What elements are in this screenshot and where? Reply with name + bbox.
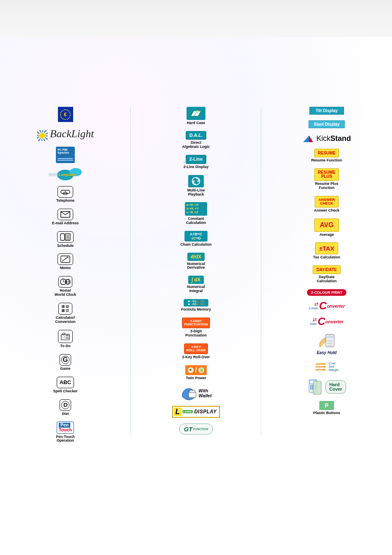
svg-marker-29 [309, 136, 313, 142]
svg-point-2 [65, 191, 66, 192]
feature-game: G Game [60, 354, 71, 371]
game-letter: G [61, 356, 69, 364]
constcalc-box: a +K =X b ×K =Y c ÷K =Z [185, 202, 207, 215]
answer-label: Answer Check [314, 209, 339, 213]
todo-label: To Do [60, 344, 71, 348]
roll-label: 2-Key Roll-Over [182, 355, 210, 359]
daydate-label: Day/Date Calculation [317, 275, 337, 283]
twinpower-label: Twin Power [186, 376, 206, 380]
large-display-badge: L LARGE DISPLAY [172, 406, 220, 418]
converter-3rate-icon: ⇄3-Rate Converter [309, 302, 345, 310]
multilang-suffix: Language [59, 173, 76, 177]
spell-label: Spell Checker [53, 389, 78, 394]
feature-plastic-buttons: P Plastic Buttons [313, 401, 340, 415]
svg-marker-36 [324, 363, 326, 365]
chain-label: Chain Calculation [180, 243, 212, 247]
feature-2key-rollover: 2-KEY ROLL-OVER 2-Key Roll-Over [182, 343, 210, 359]
feature-pen-touch: Pen Touch Pen Touch Operation [56, 421, 74, 443]
hardcover-icon: HardCover [307, 379, 346, 395]
svg-marker-28 [303, 136, 309, 142]
feature-telephone: Telephone [56, 186, 74, 203]
constcalc-label: Constant Calculation [186, 217, 206, 225]
tilt-badge: Tilt Display [309, 107, 344, 115]
fmem-f1: ■→F1 [188, 300, 196, 303]
gt-function: FUNCTION [193, 428, 208, 431]
feature-dal: D.A.L. Direct Algebraic Logic [182, 131, 210, 149]
easyhold-label: Easy Hold [317, 350, 337, 355]
ddx-badge: d/dX [187, 253, 205, 261]
plastic-label: Plastic Buttons [313, 411, 340, 415]
twocolour-badge: 2-COLOUR PRINT [307, 289, 347, 296]
wallet-with: With [198, 388, 212, 393]
dal-label: Direct Algebraic Logic [182, 141, 210, 149]
feature-hard-cover: HardCover [307, 379, 346, 395]
daydate-badge: DAY/DATE [313, 265, 340, 274]
converter-rate-icon: ⇄Rate Converter [310, 317, 344, 326]
playback-label: Multi-Line Playback [187, 189, 205, 197]
feature-email: E-mail Address [52, 209, 78, 226]
svg-rect-53 [313, 381, 321, 394]
wallet-wallet: Wallet [198, 393, 212, 398]
conv-rate: Rate [310, 322, 317, 326]
punct-label: 3-Digit Punctuation [185, 329, 207, 338]
conv-rest-2: onverter [325, 319, 344, 324]
feature-average: AVG Average [314, 219, 339, 237]
envelope-icon [58, 209, 73, 220]
hardcase-label: Hard Case [187, 121, 205, 125]
svg-rect-4 [60, 234, 65, 240]
pcpim-line2: Synchro [58, 151, 69, 154]
feature-cost-sell-margin: Cost Sell Margin [315, 361, 339, 373]
dal-badge: D.A.L. [186, 131, 206, 140]
feature-diet: D Diet [60, 399, 71, 416]
pcpim-line1: PC PIM [58, 148, 67, 151]
feature-pc-pim-synchro: PC PIMSynchro [56, 147, 75, 163]
feature-3rate-converter: ⇄3-Rate Converter [309, 302, 345, 311]
calc-conv-label: Calculator/ Conversion [55, 316, 76, 324]
world-clock-icon [58, 276, 72, 288]
pentouch-touch: Touch [59, 428, 72, 433]
fmem-f3: ■→F3 [196, 300, 204, 303]
twoline-badge: 2-Line [186, 155, 206, 164]
feature-tax-calculation: ±TAX Tax Calculation [313, 242, 340, 260]
feature-euro: € [58, 107, 73, 122]
memo-icon [58, 253, 73, 265]
feature-hard-case: Hard Case [187, 107, 205, 125]
roll-box: 2-KEY ROLL-OVER [184, 343, 208, 354]
fmem-f2: ■→F2 [188, 303, 196, 306]
feature-large-display: L LARGE DISPLAY [172, 406, 220, 418]
twinpower-icon: ☀/🔋 [185, 365, 207, 375]
resumeplus-badge: RESUME PLUS [314, 168, 339, 181]
feature-world-clock: Home/ World Clock [55, 276, 76, 297]
world-clock-label: Home/ World Clock [55, 289, 76, 297]
chain-eqD: =D [196, 236, 201, 240]
ldisp-rest: DISPLAY [194, 409, 217, 415]
avg-label: Average [319, 233, 334, 237]
multilang-icon: Multi-Language [47, 169, 83, 180]
svg-text:✓: ✓ [63, 336, 65, 339]
idx-label: Numerical Integral [187, 285, 205, 293]
feature-numerical-derivative: d/dX Numerical Derivative [187, 253, 205, 270]
feature-resume: RESUME Resume Function [311, 149, 342, 163]
svg-rect-27 [189, 390, 195, 393]
feature-constant-calculation: a +K =X b ×K =Y c ÷K =Z Constant Calcula… [185, 202, 207, 225]
kickstand-wordmark: KickStand [302, 134, 351, 143]
game-label: Game [60, 367, 70, 371]
ldisp-L: L [174, 408, 182, 416]
pc-pim-icon: PC PIMSynchro [56, 147, 75, 163]
wallet-icon: WithWallet [180, 386, 212, 400]
kick-kick: Kick [316, 134, 330, 143]
conv-3rate: 3-Rate [309, 307, 318, 310]
resumeplus-label: Resume Plus Function [315, 182, 339, 190]
feature-2line-display: 2-Line 2-Line Display [183, 155, 208, 169]
feature-kickstand: KickStand [302, 134, 351, 143]
resume-badge: RESUME [314, 149, 339, 157]
hard-case-icon [187, 107, 205, 120]
tax-label: Tax Calculation [313, 256, 340, 260]
svg-rect-41 [310, 385, 311, 386]
abc-icon: ABC [57, 377, 74, 388]
feature-twin-power: ☀/🔋 Twin Power [185, 365, 207, 380]
slant-badge: Slant Display [309, 120, 345, 128]
svg-rect-31 [327, 335, 333, 339]
resume-label: Resume Function [311, 159, 342, 163]
schedule-icon [57, 231, 74, 243]
